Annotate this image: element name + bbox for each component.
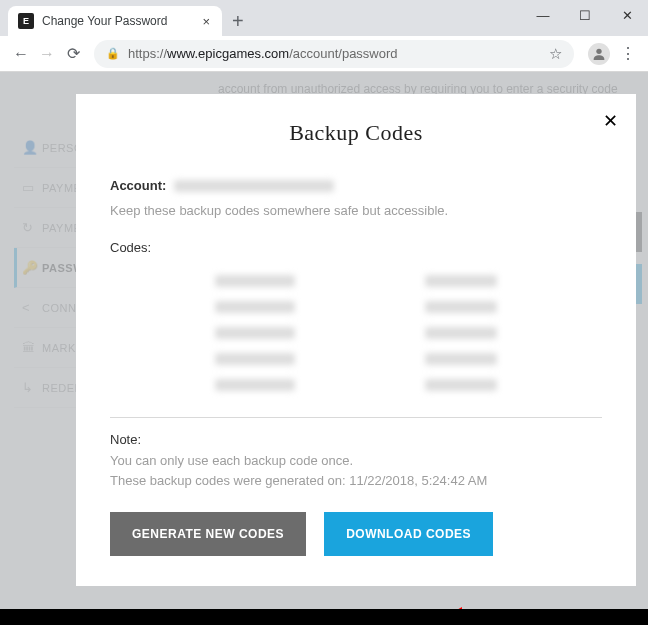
reload-button[interactable]: ⟳ [60,41,86,67]
backup-code-redacted [425,301,497,313]
page-content: account from unauthorized access by requ… [0,72,648,625]
account-line: Account: [110,178,602,193]
modal-divider [110,417,602,418]
generate-new-codes-button[interactable]: GENERATE NEW CODES [110,512,306,556]
menu-kebab-icon[interactable]: ⋮ [616,44,640,63]
backup-code-redacted [425,353,497,365]
account-value-redacted [174,180,334,192]
epic-favicon: E [18,13,34,29]
backup-code-redacted [215,379,295,391]
back-button[interactable]: ← [8,41,34,67]
modal-hint: Keep these backup codes somewhere safe b… [110,203,602,218]
modal-title: Backup Codes [110,120,602,146]
backup-code-redacted [425,379,497,391]
lock-icon: 🔒 [106,47,120,60]
backup-code-redacted [425,275,497,287]
url-input[interactable]: 🔒 https://www.epicgames.com/account/pass… [94,40,574,68]
tab-strip: E Change Your Password × + — ☐ ✕ [0,0,648,36]
tab-title: Change Your Password [42,14,200,28]
forward-button[interactable]: → [34,41,60,67]
close-icon[interactable]: ✕ [603,110,618,132]
window-maximize-icon[interactable]: ☐ [564,0,606,30]
backup-code-redacted [215,301,295,313]
page-footer-bar [0,609,648,625]
address-bar: ← → ⟳ 🔒 https://www.epicgames.com/accoun… [0,36,648,72]
window-close-icon[interactable]: ✕ [606,0,648,30]
backup-code-redacted [215,327,295,339]
download-codes-button[interactable]: DOWNLOAD CODES [324,512,493,556]
codes-grid [110,275,602,391]
profile-avatar-icon[interactable] [588,43,610,65]
bookmark-star-icon[interactable]: ☆ [549,45,562,63]
note-text: You can only use each backup code once. … [110,451,602,490]
backup-code-redacted [215,275,295,287]
new-tab-button[interactable]: + [222,6,254,36]
backup-codes-modal: ✕ Backup Codes Account: Keep these backu… [76,94,636,586]
browser-tab[interactable]: E Change Your Password × [8,6,222,36]
close-tab-icon[interactable]: × [200,14,212,29]
codes-label: Codes: [110,240,602,255]
backup-code-redacted [425,327,497,339]
browser-chrome: E Change Your Password × + — ☐ ✕ ← → ⟳ 🔒… [0,0,648,72]
note-label: Note: [110,432,602,447]
window-minimize-icon[interactable]: — [522,0,564,30]
svg-point-0 [596,48,601,53]
backup-code-redacted [215,353,295,365]
